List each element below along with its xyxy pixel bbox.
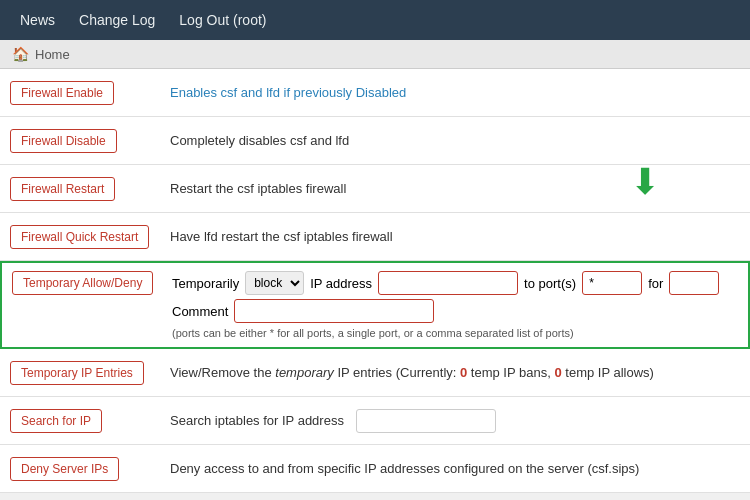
temporarily-label: Temporarily xyxy=(172,276,239,291)
green-arrow-icon: ⬇ xyxy=(630,164,660,200)
nav-logout[interactable]: Log Out (root) xyxy=(167,4,278,36)
firewall-quick-restart-btn-cell: Firewall Quick Restart xyxy=(10,225,170,249)
deny-server-btn-cell: Deny Server IPs xyxy=(10,457,170,481)
firewall-restart-button[interactable]: Firewall Restart xyxy=(10,177,115,201)
firewall-quick-restart-button[interactable]: Firewall Quick Restart xyxy=(10,225,149,249)
deny-server-description: Deny access to and from specific IP addr… xyxy=(170,461,639,476)
ip-address-label: IP address xyxy=(310,276,372,291)
firewall-restart-btn-cell: Firewall Restart xyxy=(10,177,170,201)
search-ip-button[interactable]: Search for IP xyxy=(10,409,102,433)
temp-line1: Temporarily block allow IP address to po… xyxy=(172,271,738,295)
bans-label: temp IP bans, xyxy=(467,365,554,380)
temp-ip-entries-button[interactable]: Temporary IP Entries xyxy=(10,361,144,385)
for-label: for xyxy=(648,276,663,291)
breadcrumb-home[interactable]: Home xyxy=(35,47,70,62)
firewall-enable-description: Enables csf and lfd if previously Disabl… xyxy=(170,85,406,100)
temp-ip-entries-row: Temporary IP Entries View/Remove the tem… xyxy=(0,349,750,397)
nav-bar: News Change Log Log Out (root) xyxy=(0,0,750,40)
ip-address-input[interactable] xyxy=(378,271,518,295)
deny-server-row: Deny Server IPs Deny access to and from … xyxy=(0,445,750,493)
comment-input[interactable] xyxy=(234,299,434,323)
block-allow-select[interactable]: block allow xyxy=(245,271,304,295)
allows-count: 0 xyxy=(554,365,561,380)
firewall-enable-button[interactable]: Firewall Enable xyxy=(10,81,114,105)
firewall-disable-row: Firewall Disable Completely disables csf… xyxy=(0,117,750,165)
allows-label: temp IP allows) xyxy=(562,365,654,380)
temp-allow-deny-button[interactable]: Temporary Allow/Deny xyxy=(12,271,153,295)
firewall-disable-description: Completely disables csf and lfd xyxy=(170,133,349,148)
search-ip-input[interactable] xyxy=(356,409,496,433)
deny-server-button[interactable]: Deny Server IPs xyxy=(10,457,119,481)
firewall-disable-btn-cell: Firewall Disable xyxy=(10,129,170,153)
firewall-disable-desc: Completely disables csf and lfd xyxy=(170,131,740,151)
firewall-restart-desc: Restart the csf iptables firewall ⬇ xyxy=(170,179,740,199)
comment-label: Comment xyxy=(172,304,228,319)
firewall-quick-restart-desc: Have lfd restart the csf iptables firewa… xyxy=(170,227,740,247)
to-ports-label: to port(s) xyxy=(524,276,576,291)
temp-allow-deny-btn-cell: Temporary Allow/Deny xyxy=(12,271,172,295)
home-icon: 🏠 xyxy=(12,46,29,62)
search-ip-desc: Search iptables for IP address xyxy=(170,409,740,433)
nav-changelog[interactable]: Change Log xyxy=(67,4,167,36)
firewall-quick-restart-row: Firewall Quick Restart Have lfd restart … xyxy=(0,213,750,261)
nav-news[interactable]: News xyxy=(8,4,67,36)
main-content: Firewall Enable Enables csf and lfd if p… xyxy=(0,69,750,493)
firewall-enable-desc: Enables csf and lfd if previously Disabl… xyxy=(170,83,740,103)
firewall-restart-description: Restart the csf iptables firewall xyxy=(170,181,346,196)
deny-server-desc: Deny access to and from specific IP addr… xyxy=(170,459,740,479)
firewall-quick-restart-description: Have lfd restart the csf iptables firewa… xyxy=(170,229,393,244)
firewall-restart-row: Firewall Restart Restart the csf iptable… xyxy=(0,165,750,213)
for-input[interactable] xyxy=(669,271,719,295)
temp-allow-deny-desc: Temporarily block allow IP address to po… xyxy=(172,271,738,339)
temp-ip-entries-desc: View/Remove the temporary IP entries (Cu… xyxy=(170,363,740,383)
temp-ip-desc-text: View/Remove the temporary IP entries (Cu… xyxy=(170,365,654,380)
search-ip-description: Search iptables for IP address xyxy=(170,413,344,428)
firewall-disable-button[interactable]: Firewall Disable xyxy=(10,129,117,153)
port-input[interactable] xyxy=(582,271,642,295)
temp-ip-entries-btn-cell: Temporary IP Entries xyxy=(10,361,170,385)
temp-line2: Comment xyxy=(172,299,738,323)
temp-allow-deny-row: Temporary Allow/Deny Temporarily block a… xyxy=(0,261,750,349)
firewall-enable-row: Firewall Enable Enables csf and lfd if p… xyxy=(0,69,750,117)
search-ip-btn-cell: Search for IP xyxy=(10,409,170,433)
search-ip-row: Search for IP Search iptables for IP add… xyxy=(0,397,750,445)
breadcrumb: 🏠 Home xyxy=(0,40,750,69)
firewall-enable-btn-cell: Firewall Enable xyxy=(10,81,170,105)
temp-note: (ports can be either * for all ports, a … xyxy=(172,327,738,339)
temporary-italic: temporary xyxy=(275,365,334,380)
